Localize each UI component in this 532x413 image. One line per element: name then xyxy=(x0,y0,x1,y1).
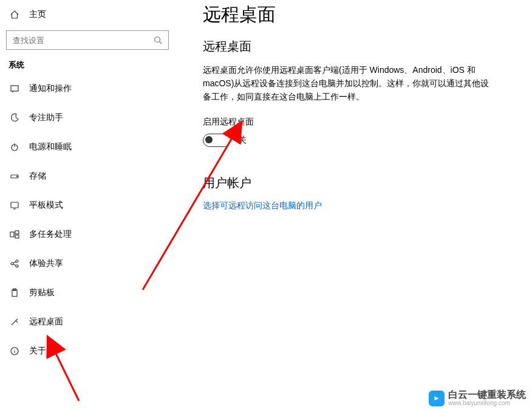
home-icon xyxy=(9,9,21,21)
moon-icon xyxy=(9,112,21,124)
section-title-remote: 远程桌面 xyxy=(203,38,520,55)
svg-rect-7 xyxy=(15,231,19,234)
section-title-users: 用户帐户 xyxy=(203,175,520,191)
search-icon xyxy=(152,35,163,46)
sidebar-item-label: 存储 xyxy=(29,171,46,182)
svg-rect-1 xyxy=(11,86,18,91)
sidebar-item-tablet[interactable]: 平板模式 xyxy=(0,191,186,220)
nav-list: 通知和操作 专注助手 电源和睡眠 存储 xyxy=(0,74,186,366)
svg-point-10 xyxy=(16,260,18,262)
notifications-icon xyxy=(9,83,21,95)
svg-point-11 xyxy=(16,265,18,267)
sidebar-item-multitask[interactable]: 多任务处理 xyxy=(0,220,186,249)
search-box[interactable] xyxy=(6,30,169,50)
sidebar-item-label: 关于 xyxy=(29,346,46,357)
clipboard-icon xyxy=(9,287,21,299)
watermark-title: 白云一键重装系统 xyxy=(448,390,526,400)
select-users-link[interactable]: 选择可远程访问这台电脑的用户 xyxy=(203,200,322,210)
watermark-url: www.baiyunxitong.com xyxy=(448,400,526,407)
toggle-knob xyxy=(205,136,213,143)
sidebar-item-clipboard[interactable]: 剪贴板 xyxy=(0,278,186,307)
sidebar-item-shared[interactable]: 体验共享 xyxy=(0,249,186,278)
search-input[interactable] xyxy=(12,35,152,46)
sidebar-item-label: 通知和操作 xyxy=(29,83,72,94)
svg-point-9 xyxy=(11,262,13,265)
home-label: 主页 xyxy=(29,9,46,20)
sidebar-item-label: 剪贴板 xyxy=(29,287,55,298)
svg-rect-8 xyxy=(15,235,19,238)
sidebar-item-storage[interactable]: 存储 xyxy=(0,162,186,191)
sidebar-item-label: 平板模式 xyxy=(29,200,63,211)
storage-icon xyxy=(9,170,21,182)
svg-point-4 xyxy=(16,176,17,177)
sidebar-item-label: 远程桌面 xyxy=(29,316,63,327)
svg-rect-5 xyxy=(11,202,18,208)
description-text: 远程桌面允许你使用远程桌面客户端(适用于 Windows、Android、iOS… xyxy=(203,63,494,103)
sidebar-item-focus[interactable]: 专注助手 xyxy=(0,103,186,132)
main-content: 远程桌面 远程桌面 远程桌面允许你使用远程桌面客户端(适用于 Windows、A… xyxy=(187,0,532,413)
remote-icon xyxy=(9,316,21,328)
sidebar-item-power[interactable]: 电源和睡眠 xyxy=(0,132,186,162)
info-icon xyxy=(9,345,21,357)
tablet-icon xyxy=(9,199,21,211)
watermark: 白云一键重装系统 www.baiyunxitong.com xyxy=(429,390,526,407)
sidebar-item-label: 电源和睡眠 xyxy=(29,142,72,152)
sidebar: 主页 系统 通知和操作 xyxy=(0,0,187,413)
sidebar-item-label: 体验共享 xyxy=(29,258,63,269)
toggle-label: 启用远程桌面 xyxy=(203,117,520,128)
power-icon xyxy=(9,141,21,153)
category-label: 系统 xyxy=(0,52,186,74)
sidebar-item-about[interactable]: 关于 xyxy=(0,336,186,366)
sidebar-item-label: 多任务处理 xyxy=(29,229,72,240)
share-icon xyxy=(9,258,21,270)
home-nav[interactable]: 主页 xyxy=(0,5,186,24)
svg-point-0 xyxy=(155,37,160,43)
toggle-state: 关 xyxy=(238,135,247,146)
multitask-icon xyxy=(9,228,21,241)
enable-remote-toggle[interactable] xyxy=(203,134,231,147)
sidebar-item-remote[interactable]: 远程桌面 xyxy=(0,307,186,336)
page-title: 远程桌面 xyxy=(203,2,520,27)
sidebar-item-notifications[interactable]: 通知和操作 xyxy=(0,74,186,103)
sidebar-item-label: 专注助手 xyxy=(29,112,63,123)
svg-rect-6 xyxy=(10,232,14,237)
watermark-badge-icon xyxy=(429,391,445,406)
